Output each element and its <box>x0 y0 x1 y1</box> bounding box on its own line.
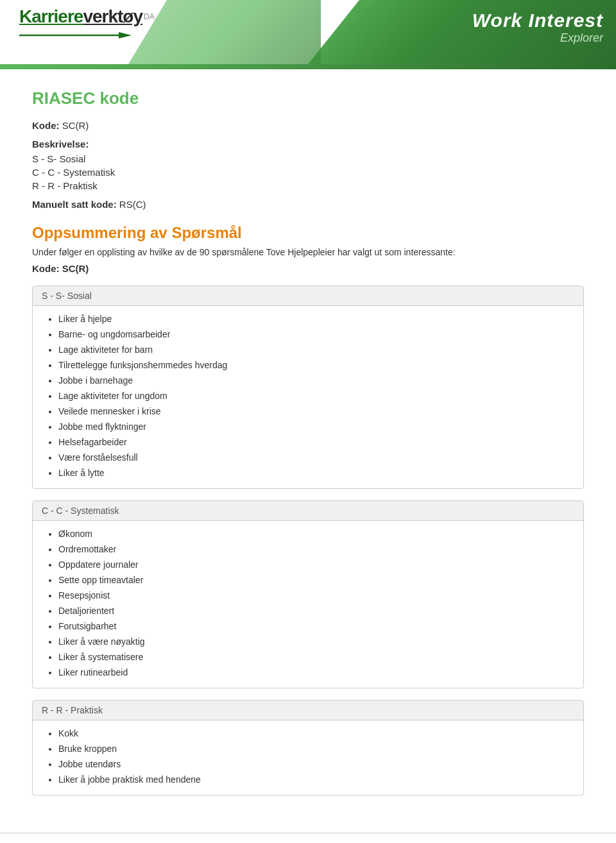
list-item: Liker å jobbe praktisk med hendene <box>58 773 574 787</box>
page-footer: WIE - Tove Hjelpepleier - VEILEDER: Arne… <box>0 833 616 843</box>
categories-container: S - S- SosialLiker å hjelpeBarne- og ung… <box>32 285 584 796</box>
list-item: Jobbe utendørs <box>58 758 574 771</box>
category-body-s: Liker å hjelpeBarne- og ungdomsarbeiderL… <box>33 306 583 488</box>
category-header-c: C - C - Systematisk <box>33 501 583 521</box>
riasec-title: RIASEC kode <box>32 89 584 108</box>
list-item: Veilede mennesker i krise <box>58 405 574 418</box>
category-list-s: Liker å hjelpeBarne- og ungdomsarbeiderL… <box>52 312 574 480</box>
category-header-s: S - S- Sosial <box>33 286 583 306</box>
main-content: RIASEC kode Kode: SC(R) Beskrivelse: S -… <box>0 69 616 820</box>
list-item: Liker rutinearbeid <box>58 666 574 679</box>
oppsummering-title: Oppsummering av Spørsmål <box>32 224 584 242</box>
manuelt-label: Manuelt satt kode: <box>32 199 117 210</box>
list-item: Detaljorientert <box>58 604 574 618</box>
kode2-label: Kode: <box>32 263 60 274</box>
logo-text: Karriereverktøy <box>19 6 142 27</box>
list-item: Lage aktiviteter for ungdom <box>58 389 574 403</box>
list-item: Bruke kroppen <box>58 742 574 756</box>
manuelt-line: Manuelt satt kode: RS(C) <box>32 199 584 210</box>
logo-arrow-svg <box>19 30 135 41</box>
list-item: Liker å være nøyaktig <box>58 635 574 649</box>
header-green-wave <box>128 0 321 64</box>
s-desc-line: S - S- Sosial <box>32 153 584 164</box>
kode-label: Kode: <box>32 120 60 131</box>
kode2-line: Kode: SC(R) <box>32 263 584 274</box>
kode-value: SC(R) <box>62 120 89 131</box>
c-desc-line: C - C - Systematisk <box>32 167 584 178</box>
header-bar <box>0 64 616 69</box>
category-body-c: ØkonomOrdremottakerOppdatere journalerSe… <box>33 521 583 688</box>
list-item: Liker å systematisere <box>58 651 574 664</box>
category-list-c: ØkonomOrdremottakerOppdatere journalerSe… <box>52 527 574 679</box>
list-item: Økonom <box>58 527 574 541</box>
list-item: Helsefagarbeider <box>58 436 574 449</box>
category-list-r: KokkBruke kroppenJobbe utendørsLiker å j… <box>52 727 574 787</box>
page-header: Karriereverktøy DA Work Interest Explore… <box>0 0 616 64</box>
kode2-value: SC(R) <box>62 263 89 274</box>
list-item: Liker å lytte <box>58 466 574 480</box>
category-box-r: R - R - PraktiskKokkBruke kroppenJobbe u… <box>32 700 584 796</box>
logo-area: Karriereverktøy DA <box>19 6 155 41</box>
list-item: Forutsigbarhet <box>58 620 574 633</box>
svg-marker-1 <box>119 32 132 38</box>
category-body-r: KokkBruke kroppenJobbe utendørsLiker å j… <box>33 720 583 795</box>
work-interest-area: Work Interest Explorer <box>472 10 603 45</box>
work-interest-title: Work Interest <box>472 10 603 31</box>
list-item: Liker å hjelpe <box>58 312 574 326</box>
beskrivelse-label: Beskrivelse: <box>32 139 584 149</box>
list-item: Oppdatere journaler <box>58 558 574 572</box>
category-box-s: S - S- SosialLiker å hjelpeBarne- og ung… <box>32 285 584 489</box>
intro-text: Under følger en opplisting av hvilke av … <box>32 246 584 259</box>
category-header-r: R - R - Praktisk <box>33 701 583 720</box>
kode-line: Kode: SC(R) <box>32 120 584 131</box>
category-box-c: C - C - SystematiskØkonomOrdremottakerOp… <box>32 500 584 688</box>
list-item: Jobbe i barnehage <box>58 374 574 387</box>
list-item: Ordremottaker <box>58 543 574 556</box>
list-item: Kokk <box>58 727 574 740</box>
r-desc-line: R - R - Praktisk <box>32 180 584 191</box>
list-item: Jobbe med flyktninger <box>58 420 574 434</box>
list-item: Tilrettelegge funksjonshemmedes hverdag <box>58 359 574 372</box>
list-item: Være forståelsesfull <box>58 451 574 464</box>
list-item: Resepsjonist <box>58 589 574 602</box>
list-item: Lage aktiviteter for barn <box>58 343 574 357</box>
logo-da: DA <box>144 12 155 21</box>
list-item: Sette opp timeavtaler <box>58 574 574 587</box>
work-interest-subtitle: Explorer <box>472 31 603 45</box>
list-item: Barne- og ungdomsarbeider <box>58 328 574 341</box>
manuelt-value: RS(C) <box>119 199 146 210</box>
